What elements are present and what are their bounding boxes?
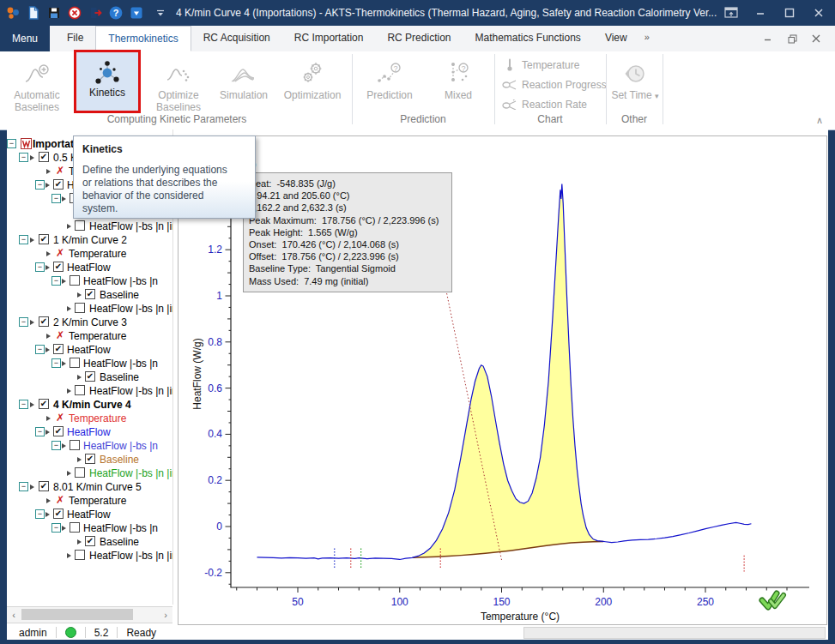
close-document-icon[interactable] [67,4,82,21]
tree-item-curve[interactable]: −✔2 K/min Curve 3 [7,316,172,329]
scroll-right-icon[interactable]: › [159,607,172,622]
validation-check-icon[interactable] [759,589,788,615]
mdi-close-button[interactable] [804,29,828,48]
tree-checkbox-unchecked[interactable] [75,385,85,395]
scroll-left-icon[interactable]: ‹ [7,607,21,622]
tree-expand-arrow-icon[interactable] [62,361,66,366]
mdi-restore-button[interactable] [780,29,804,48]
tab-mathematics-functions[interactable]: Mathematics Functions [463,26,592,51]
tree-expand-arrow-icon[interactable] [62,526,66,531]
tree-item-heatflow_bs[interactable]: −HeatFlow |-bs |n [7,274,172,288]
tree-collapse-icon[interactable]: − [51,194,61,203]
tree-checkbox-checked[interactable]: ✔ [39,152,49,162]
tab-rc-prediction[interactable]: RC Prediction [375,26,463,51]
tree-expand-arrow-icon[interactable] [46,498,51,503]
tree-expand-arrow-icon[interactable] [77,375,82,380]
tree-expand-arrow-icon[interactable] [45,183,50,188]
tree-item-heatflow_bs[interactable]: −HeatFlow |-bs |n [7,357,172,370]
tree-excluded-x-icon[interactable]: ✗ [56,412,64,424]
tab-file[interactable]: File [55,26,95,51]
tree-item-baseline[interactable]: ✔Baseline [7,288,172,302]
tree-checkbox-checked[interactable]: ✔ [39,481,49,491]
save-icon[interactable] [46,4,62,21]
tree-excluded-x-icon[interactable]: ✗ [56,494,64,506]
tree-excluded-x-icon[interactable]: ✗ [56,247,64,259]
tree-checkbox-unchecked[interactable] [75,550,85,560]
options-icon[interactable] [129,4,144,21]
tree-expand-arrow-icon[interactable] [30,238,34,243]
tree-item-temperature[interactable]: ✗Temperature [7,494,172,508]
mixed-button[interactable]: ? Mixed [427,54,489,101]
tab-view[interactable]: View [593,26,639,51]
tree-expand-arrow-icon[interactable] [62,196,66,202]
tab-overflow-icon[interactable]: » [639,26,655,51]
tree-item-heatflow[interactable]: −✔HeatFlow [7,343,172,357]
tree-collapse-icon[interactable]: − [35,180,45,190]
tree-checkbox-unchecked[interactable] [70,358,80,368]
tree-expand-arrow-icon[interactable] [46,334,51,339]
mdi-minimize-button[interactable] [756,29,780,48]
tree-expand-arrow-icon[interactable] [46,169,51,174]
tree-expand-arrow-icon[interactable] [30,320,34,325]
tree-expand-arrow-icon[interactable] [67,306,71,311]
tree-collapse-icon[interactable]: − [19,235,28,244]
tree-checkbox-checked[interactable]: ✔ [53,509,64,519]
tree-expand-arrow-icon[interactable] [77,457,82,462]
optimization-button[interactable]: Optimization [278,54,347,101]
tree-collapse-icon[interactable]: − [35,427,45,436]
tree-expand-arrow-icon[interactable] [45,430,50,435]
prediction-button[interactable]: ? Prediction [357,54,422,101]
tree-expand-arrow-icon[interactable] [62,443,66,448]
tree-expand-arrow-icon[interactable] [67,553,71,558]
kinetics-button[interactable]: Kinetics [76,54,138,99]
tree-checkbox-unchecked[interactable] [70,275,80,286]
tree-collapse-icon[interactable]: − [35,509,45,519]
tree-checkbox-checked[interactable]: ✔ [85,536,95,546]
tree-expand-arrow-icon[interactable] [30,402,34,407]
tree-collapse-icon[interactable]: − [19,400,28,409]
tree-expand-arrow-icon[interactable] [45,347,50,352]
tree-collapse-icon[interactable]: − [51,523,61,533]
tab-menu[interactable]: Menu [0,26,50,51]
tree-item-temperature[interactable]: ✗Temperature [7,247,172,261]
tree-checkbox-checked[interactable]: ✔ [85,289,95,299]
tree-item-heatflow[interactable]: −✔HeatFlow [7,261,172,274]
tree-checkbox-unchecked[interactable] [75,303,85,313]
tree-collapse-icon[interactable]: − [51,441,61,450]
tab-rc-acquisition[interactable]: RC Acquisition [191,26,282,51]
tree-item-heatflow[interactable]: −✔HeatFlow [7,508,172,521]
tree-checkbox-unchecked[interactable] [70,440,80,450]
tree-item-heatflow_int[interactable]: HeatFlow |-bs |n |int [7,384,172,398]
tree-checkbox-unchecked[interactable] [70,522,80,533]
tree-expand-arrow-icon[interactable] [67,388,71,394]
tree-expand-arrow-icon[interactable] [77,539,82,545]
maximize-button[interactable] [775,3,804,23]
pin-ribbon-icon[interactable] [717,3,746,23]
scrollbar-thumb[interactable] [21,609,133,620]
tree-expand-arrow-icon[interactable] [30,485,34,490]
tree-item-heatflow_int[interactable]: HeatFlow |-bs |n |int [7,549,172,563]
tree-item-heatflow_bs[interactable]: −HeatFlow |-bs |n [7,521,172,535]
quick-access-arrow-icon[interactable] [155,4,166,21]
tree-item-baseline[interactable]: ✔Baseline [7,453,172,466]
tree-checkbox-checked[interactable]: ✔ [85,454,95,464]
tree-collapse-icon[interactable]: − [35,262,45,272]
tree-collapse-icon[interactable]: − [19,153,28,162]
tree-item-temperature[interactable]: ✗Temperature [7,329,172,343]
close-button[interactable] [804,3,833,23]
tree-expand-arrow-icon[interactable] [30,155,34,160]
tree-checkbox-checked[interactable]: ✔ [53,179,64,190]
tree-expand-arrow-icon[interactable] [46,416,51,421]
tree-expand-arrow-icon[interactable] [67,224,71,229]
tab-rc-importation[interactable]: RC Importation [282,26,376,51]
tree-item-heatflow[interactable]: −✔HeatFlow [7,425,172,439]
tree-item-heatflow_int[interactable]: HeatFlow |-bs |n |int [7,302,172,316]
tree-checkbox-checked[interactable]: ✔ [53,262,64,272]
tree-item-curve[interactable]: −✔4 K/min Curve 4 [7,398,172,412]
tree-expand-arrow-icon[interactable] [45,512,50,517]
tree-collapse-icon[interactable]: − [19,317,28,327]
tree-collapse-icon[interactable]: − [19,482,28,491]
chart-reaction-progress-item[interactable]: Reaction Progress [501,76,607,93]
tree-checkbox-checked[interactable]: ✔ [39,316,49,327]
tree-expand-arrow-icon[interactable] [46,251,51,256]
